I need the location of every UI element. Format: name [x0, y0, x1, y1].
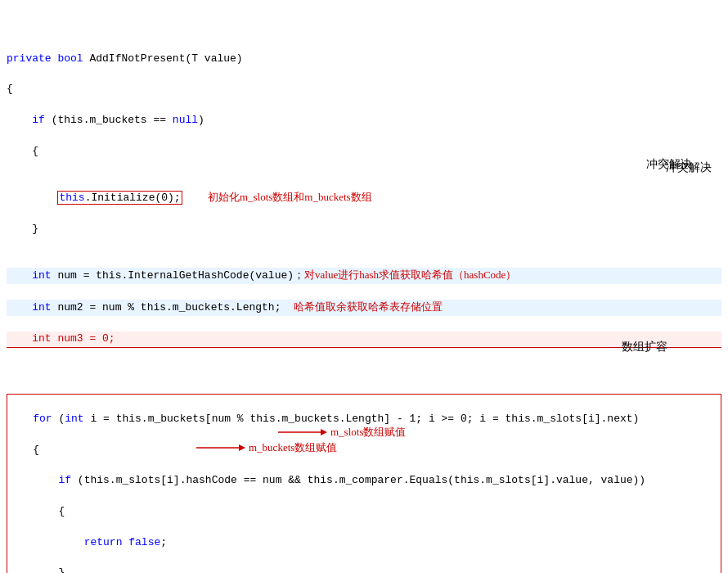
line-8: int num2 = num % this.m_buckets.Length; … — [7, 300, 721, 316]
line-6: } — [7, 222, 721, 237]
line-12: if (this.m_slots[i].hashCode == num && t… — [7, 473, 721, 489]
line-9: int num3 = 0; — [7, 332, 721, 348]
line-4: { — [7, 144, 721, 160]
line-7: int num = this.InternalGetHashCode(value… — [7, 268, 721, 284]
line-2: { — [7, 82, 721, 97]
line-14: return false; — [7, 535, 721, 551]
line-15: } — [7, 566, 721, 573]
code-editor: private bool AddIfNotPresent(T value) { … — [0, 0, 728, 573]
line-11: { — [7, 443, 721, 458]
line-3: if (this.m_buckets == null) — [7, 113, 721, 129]
line-1: private bool AddIfNotPresent(T value) — [7, 52, 721, 67]
conflict-annotation: 冲突解决 — [666, 160, 712, 176]
line-5: this.Initialize(0); 初始化m_slots数组和m_bucke… — [7, 190, 721, 206]
line-10: for (int i = this.m_buckets[num % this.m… — [7, 412, 721, 427]
line-13: { — [7, 504, 721, 520]
